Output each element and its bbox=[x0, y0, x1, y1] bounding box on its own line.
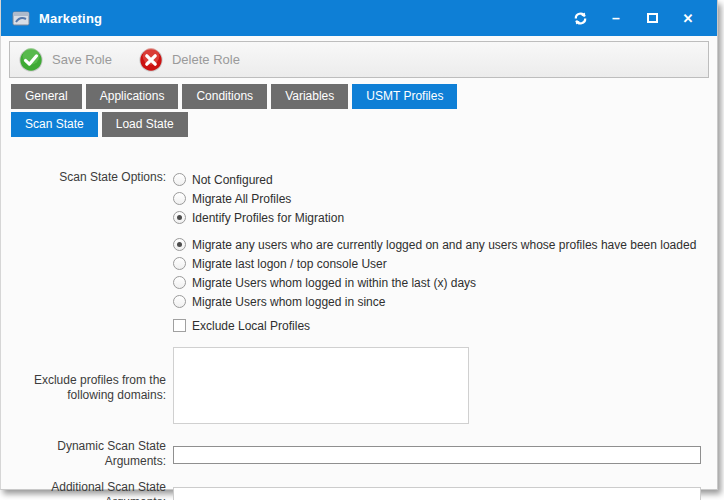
exclude-domains-textarea[interactable] bbox=[173, 347, 469, 424]
sub-tabs: Scan State Load State bbox=[11, 112, 717, 137]
tab-usmt-profiles[interactable]: USMT Profiles bbox=[352, 84, 457, 109]
app-icon bbox=[11, 9, 31, 27]
delete-role-label: Delete Role bbox=[172, 52, 240, 67]
radio-option[interactable]: Not Configured bbox=[173, 170, 717, 189]
exclude-local-profiles-checkbox[interactable] bbox=[173, 319, 186, 332]
exclude-domains-label: Exclude profiles from the following doma… bbox=[16, 373, 166, 403]
exclude-domains-row: Exclude profiles from the following doma… bbox=[1, 347, 717, 428]
scan-options-group: Not Configured Migrate All Profiles Iden… bbox=[173, 170, 717, 227]
radio-identify-profiles-icon[interactable] bbox=[173, 211, 186, 224]
dynamic-arguments-label: Dynamic Scan State Arguments: bbox=[16, 439, 166, 469]
radio-option[interactable]: Migrate Users whom logged in since bbox=[173, 292, 717, 311]
radio-last-x-days-icon[interactable] bbox=[173, 276, 186, 289]
additional-arguments-input[interactable] bbox=[173, 487, 701, 500]
delete-x-icon bbox=[138, 47, 164, 73]
dynamic-arguments-input[interactable] bbox=[173, 446, 701, 464]
radio-last-logon-icon[interactable] bbox=[173, 257, 186, 270]
tab-load-state[interactable]: Load State bbox=[102, 112, 188, 137]
radio-option[interactable]: Migrate last logon / top console User bbox=[173, 254, 717, 273]
radio-option[interactable]: Migrate Users whom logged in within the … bbox=[173, 273, 717, 292]
maximize-button[interactable] bbox=[641, 8, 663, 28]
save-check-icon bbox=[18, 47, 44, 73]
dynamic-arguments-row: Dynamic Scan State Arguments: bbox=[1, 439, 717, 469]
toolbar: Save Role Delete Role bbox=[9, 41, 709, 78]
tab-scan-state[interactable]: Scan State bbox=[11, 112, 98, 137]
minimize-button[interactable]: – bbox=[605, 8, 627, 28]
refresh-icon bbox=[573, 11, 588, 26]
tab-applications[interactable]: Applications bbox=[86, 84, 179, 109]
additional-arguments-row: Additional Scan State Arguments: bbox=[1, 480, 717, 500]
radio-not-configured-icon[interactable] bbox=[173, 173, 186, 186]
radio-option[interactable]: Migrate All Profiles bbox=[173, 189, 717, 208]
exclude-local-profiles-option[interactable]: Exclude Local Profiles bbox=[173, 316, 717, 335]
additional-arguments-label: Additional Scan State Arguments: bbox=[16, 480, 166, 500]
maximize-icon bbox=[647, 13, 658, 23]
marketing-window: Marketing – ✕ Save Role bbox=[0, 0, 718, 490]
scan-state-options-row: Scan State Options: Not Configured Migra… bbox=[1, 170, 717, 335]
scan-state-options-label: Scan State Options: bbox=[1, 170, 173, 335]
save-role-button[interactable]: Save Role bbox=[18, 47, 112, 73]
radio-option[interactable]: Identify Profiles for Migration bbox=[173, 208, 717, 227]
titlebar: Marketing – ✕ bbox=[1, 0, 717, 36]
scan-state-panel: Scan State Options: Not Configured Migra… bbox=[1, 137, 717, 500]
tab-conditions[interactable]: Conditions bbox=[182, 84, 267, 109]
radio-migrate-logged-on-icon[interactable] bbox=[173, 238, 186, 251]
tab-variables[interactable]: Variables bbox=[271, 84, 348, 109]
tab-general[interactable]: General bbox=[11, 84, 82, 109]
radio-logged-in-since-icon[interactable] bbox=[173, 295, 186, 308]
window-title: Marketing bbox=[39, 11, 102, 26]
delete-role-button[interactable]: Delete Role bbox=[138, 47, 240, 73]
close-button[interactable]: ✕ bbox=[677, 8, 699, 28]
refresh-button[interactable] bbox=[569, 8, 591, 28]
radio-migrate-all-icon[interactable] bbox=[173, 192, 186, 205]
window-controls: – ✕ bbox=[569, 8, 707, 28]
migration-method-group: Migrate any users who are currently logg… bbox=[173, 235, 717, 311]
save-role-label: Save Role bbox=[52, 52, 112, 67]
main-tabs: General Applications Conditions Variable… bbox=[11, 84, 717, 109]
radio-option[interactable]: Migrate any users who are currently logg… bbox=[173, 235, 717, 254]
